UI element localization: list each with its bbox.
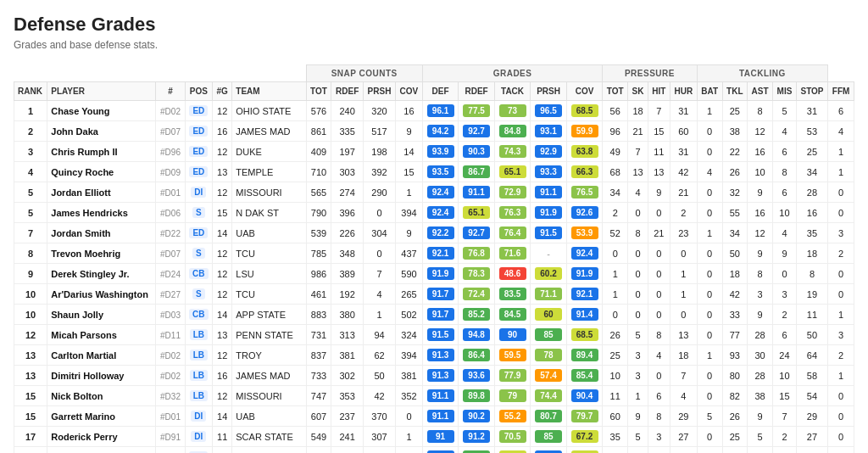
stop-cell: 53 [796, 121, 827, 142]
rdef-snap-cell: 274 [331, 182, 364, 203]
stop-cell: 54 [796, 386, 827, 406]
cov-snap-cell: 324 [396, 325, 423, 345]
ptot-cell: 49 [603, 142, 628, 162]
num-cell: #D11 [156, 325, 185, 345]
hur-cell: 21 [670, 182, 697, 203]
prsh-grade-cell: 60 [531, 305, 566, 325]
rdef-snap-cell: 380 [331, 305, 364, 325]
tkl-cell: 55 [722, 203, 747, 223]
ptot-cell: 1 [603, 284, 628, 305]
team-cell: LSU [232, 264, 306, 284]
ptot-cell: 1 [603, 264, 628, 284]
g-cell: 16 [213, 366, 232, 386]
rdef-grade-cell: 90.3 [459, 142, 494, 162]
ast-cell: 8 [748, 101, 773, 121]
table-row: 13 Carlton Martial #D02 LB 12 TROY 837 3… [14, 345, 854, 366]
grades-header: GRADES [422, 65, 602, 82]
ast-cell: 16 [748, 142, 773, 162]
mis-cell: 6 [773, 325, 797, 345]
prsh-snap-cell: 4 [363, 284, 395, 305]
tack-grade-cell: 84.8 [494, 121, 530, 142]
table-row: 1 Chase Young #D02 ED 12 OHIO STATE 576 … [14, 101, 854, 121]
rank-cell: 10 [14, 305, 47, 325]
hur-cell: 31 [670, 101, 697, 121]
pos-cell: ED [185, 162, 213, 182]
tack-grade-cell: 76.4 [494, 223, 530, 243]
ptot-cell: 35 [603, 427, 628, 447]
hur-cell: 60 [670, 121, 697, 142]
team-cell: OHIO STATE [232, 101, 306, 121]
team-cell: TROY [232, 345, 306, 366]
cov-grade-cell: 68.5 [566, 325, 602, 345]
rdef-grade-cell: 92.7 [459, 121, 494, 142]
cov-grade-cell: 66.3 [566, 162, 602, 182]
ast-cell: 9 [748, 243, 773, 264]
player-cell: Roderick Perry [47, 427, 156, 447]
tack-header: TACK [494, 82, 530, 101]
player-cell: Ar'Darius Washington [47, 284, 156, 305]
num-cell: #D06 [156, 203, 185, 223]
rdef-grade-cell: 93.6 [459, 366, 494, 386]
player-cell: Carlton Martial [47, 345, 156, 366]
cov-snap-cell: 352 [396, 386, 423, 406]
hur-cell: 31 [670, 447, 697, 454]
def-grade-cell: 92.2 [422, 223, 458, 243]
sk-cell: 8 [628, 223, 648, 243]
tack-grade-cell: 71.6 [494, 243, 530, 264]
tkl-cell: 82 [722, 386, 747, 406]
hur-cell: 2 [670, 203, 697, 223]
prsh-grade-cell: 57.4 [531, 366, 566, 386]
prsh-snap-header: PRSH [363, 82, 395, 101]
team-cell: APP STATE [232, 305, 306, 325]
sk-cell: 0 [628, 243, 648, 264]
tot-cell: 461 [306, 284, 331, 305]
rank-cell: 1 [14, 101, 47, 121]
cov-grade-cell: 91.4 [566, 305, 602, 325]
g-cell: 12 [213, 386, 232, 406]
prsh-grade-cell: 91.1 [531, 182, 566, 203]
tkl-cell: 33 [722, 305, 747, 325]
stop-cell: 11 [796, 305, 827, 325]
player-cell: Dimitri Holloway [47, 366, 156, 386]
num-cell: #D27 [156, 284, 185, 305]
cov-snap-cell: 394 [396, 345, 423, 366]
ffm-cell: 0 [828, 203, 854, 223]
prsh-grade-cell: 60.2 [531, 264, 566, 284]
mis-cell: 7 [773, 406, 797, 427]
prsh-grade-cell: 91.9 [531, 203, 566, 223]
hit-cell: 3 [648, 427, 670, 447]
rank-cell: 15 [14, 386, 47, 406]
player-cell: Curtis Weaver [47, 447, 156, 454]
tack-grade-cell: 90 [494, 325, 530, 345]
rank-cell: 5 [14, 182, 47, 203]
num-cell: #D32 [156, 386, 185, 406]
hit-cell: 15 [648, 121, 670, 142]
tot-pressure-header: TOT [603, 82, 628, 101]
hit-cell: 13 [648, 162, 670, 182]
player-cell: Chase Young [47, 101, 156, 121]
pressure-header: PRESSURE [603, 65, 697, 82]
hit-cell: 11 [648, 142, 670, 162]
ffm-cell: 4 [828, 121, 854, 142]
table-row: 8 Trevon Moehrig #D07 S 12 TCU 785 348 0… [14, 243, 854, 264]
tot-cell: 883 [306, 305, 331, 325]
def-grade-cell: 91.1 [422, 406, 458, 427]
ast-header: AST [748, 82, 773, 101]
rdef-grade-cell: 91.2 [459, 427, 494, 447]
rank-cell: 8 [14, 243, 47, 264]
cov-snap-cell: 0 [396, 406, 423, 427]
tkl-cell: 26 [722, 162, 747, 182]
ast-cell: 12 [748, 121, 773, 142]
cov-snap-cell: 381 [396, 366, 423, 386]
hit-cell: 0 [648, 305, 670, 325]
num-cell: #D99 [156, 447, 185, 454]
rdef-snap-cell: 353 [331, 386, 364, 406]
hur-cell: 1 [670, 284, 697, 305]
prsh-snap-cell: 387 [363, 447, 395, 454]
rdef-snap-cell: 302 [331, 366, 364, 386]
bat-cell: 0 [697, 243, 722, 264]
hur-cell: 1 [670, 264, 697, 284]
stop-cell: 34 [796, 162, 827, 182]
tot-cell: 710 [306, 162, 331, 182]
rdef-snap-cell: 335 [331, 121, 364, 142]
